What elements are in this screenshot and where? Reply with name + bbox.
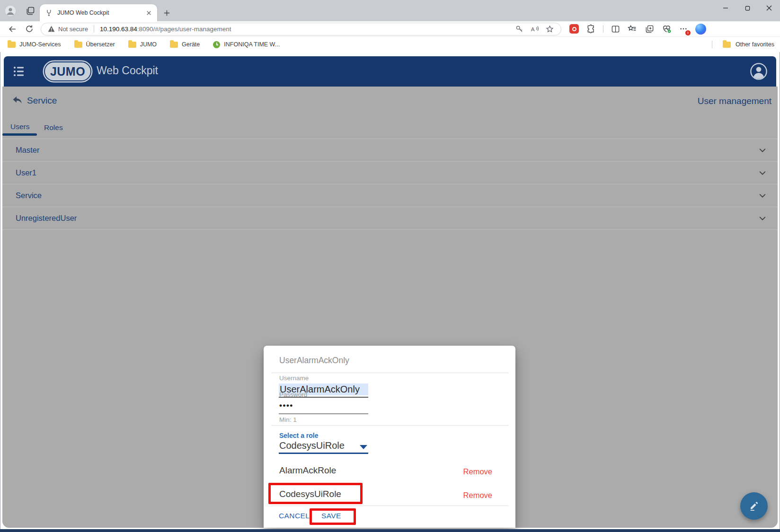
security-chip[interactable]: Not secure	[48, 26, 88, 33]
url-host: 10.190.63.84	[100, 26, 137, 33]
user-row-unregistereduser[interactable]: UnregisteredUser	[2, 207, 778, 230]
tab-close-icon[interactable]	[145, 9, 152, 17]
edit-fab-button[interactable]	[740, 492, 768, 520]
folder-icon	[128, 42, 136, 48]
annotation-box-codesysuirole	[268, 483, 363, 504]
tab-users[interactable]: Users	[10, 122, 29, 131]
chevron-down-icon[interactable]	[758, 214, 767, 225]
bookmark-item[interactable]: INFONIQA TIME W...	[213, 41, 280, 48]
bookmark-label: Geräte	[182, 41, 200, 48]
bookmark-folder[interactable]: Übersetzer	[74, 41, 115, 48]
divider	[271, 506, 509, 506]
divider	[271, 425, 509, 426]
page-title: User management	[698, 96, 771, 106]
user-avatar-icon[interactable]	[750, 62, 768, 82]
chevron-down-icon[interactable]	[758, 192, 767, 202]
dialog-title: UserAlarmAckOnly	[279, 356, 349, 366]
app-content: Service User management Users Roles Mast…	[2, 87, 778, 528]
tab-strip: JUMO Web Cockpit	[0, 0, 780, 21]
profile-icon[interactable]	[0, 0, 21, 21]
svg-text:A: A	[531, 26, 534, 32]
tab-roles[interactable]: Roles	[44, 123, 63, 132]
window-controls	[715, 0, 780, 21]
maximize-button[interactable]	[736, 0, 758, 16]
adblock-extension-icon[interactable]	[568, 23, 580, 35]
users-list: Master User1 Service UnregisteredUser	[2, 139, 778, 230]
new-tab-button[interactable]	[157, 4, 176, 21]
user-name: User1	[16, 162, 36, 184]
divider	[712, 41, 712, 48]
browser-window: JUMO Web Cockpit Not secure 10.190.63.84…	[0, 0, 780, 532]
username-label: Username	[279, 375, 309, 382]
user-row-user1[interactable]: User1	[2, 162, 778, 184]
user-name: UnregisteredUser	[16, 207, 77, 229]
password-field[interactable]: ••••	[279, 401, 293, 410]
toolbar-extensions: !	[568, 23, 707, 35]
browser-essentials-icon[interactable]	[660, 23, 673, 35]
assigned-role-name: AlarmAckRole	[279, 465, 336, 476]
folder-icon	[170, 42, 178, 48]
active-tab-indicator	[2, 133, 37, 136]
collections-icon[interactable]	[643, 23, 656, 35]
other-favorites[interactable]: Other favorites	[706, 41, 774, 48]
favorites-list-icon[interactable]	[626, 23, 638, 35]
user-row-master[interactable]: Master	[2, 139, 778, 162]
divider	[603, 25, 603, 33]
bookmark-label: Übersetzer	[86, 41, 115, 48]
browser-toolbar: Not secure 10.190.63.84:8090/#/pages/use…	[0, 21, 780, 37]
refresh-button[interactable]	[21, 22, 38, 36]
bookmark-label: INFONIQA TIME W...	[224, 41, 280, 48]
read-aloud-icon[interactable]: A	[528, 23, 541, 35]
edit-user-dialog: UserAlarmAckOnly Username UserAlarmAckOn…	[264, 346, 515, 528]
window-bottom-edge	[0, 529, 780, 532]
menu-icon[interactable]	[13, 65, 25, 79]
workspaces-icon[interactable]	[21, 0, 40, 21]
divider	[94, 25, 94, 33]
password-key-icon[interactable]	[513, 23, 526, 35]
address-bar[interactable]: Not secure 10.190.63.84:8090/#/pages/use…	[41, 23, 561, 35]
settings-more-icon[interactable]: !	[677, 23, 690, 35]
other-favorites-label: Other favorites	[736, 41, 774, 48]
back-arrow-icon[interactable]	[12, 96, 24, 107]
user-name: Service	[16, 184, 42, 207]
bookmark-folder[interactable]: JUMO-Services	[8, 41, 61, 48]
chevron-down-icon[interactable]	[758, 169, 767, 179]
extensions-puzzle-icon[interactable]	[585, 23, 597, 35]
role-select-underline	[279, 453, 368, 454]
folder-icon	[74, 42, 82, 48]
copilot-icon[interactable]	[694, 23, 707, 35]
app-header: JUMO Web Cockpit	[4, 56, 776, 87]
user-row-service[interactable]: Service	[2, 184, 778, 207]
cancel-button[interactable]: CANCEL	[279, 512, 310, 520]
close-window-button[interactable]	[758, 0, 780, 16]
favorite-star-icon[interactable]	[543, 23, 556, 35]
folder-icon	[723, 42, 731, 48]
bookmarks-bar: JUMO-Services Übersetzer JUMO Geräte INF…	[0, 37, 780, 52]
bookmark-label: JUMO	[140, 41, 157, 48]
remove-role-button[interactable]: Remove	[463, 467, 492, 476]
back-button[interactable]	[4, 22, 21, 36]
chevron-down-icon[interactable]	[758, 146, 767, 157]
tab-favicon	[45, 9, 53, 17]
pencil-icon	[748, 500, 760, 512]
password-field-underline	[279, 413, 368, 414]
bookmark-folder[interactable]: JUMO	[128, 41, 157, 48]
annotation-box-save	[310, 508, 356, 525]
password-hint: Min: 1	[279, 416, 297, 423]
minimize-button[interactable]	[715, 0, 736, 16]
folder-icon	[8, 42, 16, 48]
password-label: Password	[279, 391, 307, 398]
split-screen-icon[interactable]	[609, 23, 621, 35]
role-select[interactable]: CodesysUiRole	[279, 440, 345, 451]
jumo-logo: JUMO	[44, 61, 91, 81]
browser-tab[interactable]: JUMO Web Cockpit	[40, 4, 157, 21]
bookmark-folder[interactable]: Geräte	[170, 41, 200, 48]
security-label: Not secure	[58, 26, 88, 33]
divider	[271, 373, 509, 373]
breadcrumb[interactable]: Service	[27, 96, 57, 106]
remove-role-button[interactable]: Remove	[463, 491, 492, 500]
tab-title: JUMO Web Cockpit	[57, 9, 145, 16]
web-page: JUMO Web Cockpit Service User management…	[2, 52, 778, 530]
dropdown-arrow-icon[interactable]	[360, 445, 367, 449]
clock-icon	[213, 41, 220, 48]
